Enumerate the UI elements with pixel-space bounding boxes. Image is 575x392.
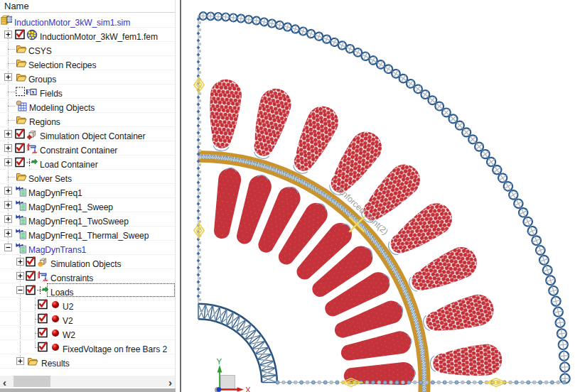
svg-text:F: F <box>26 88 30 96</box>
svg-text:x: x <box>32 88 36 95</box>
svg-text:Y: Y <box>217 357 222 366</box>
svg-text:X: X <box>245 386 251 392</box>
